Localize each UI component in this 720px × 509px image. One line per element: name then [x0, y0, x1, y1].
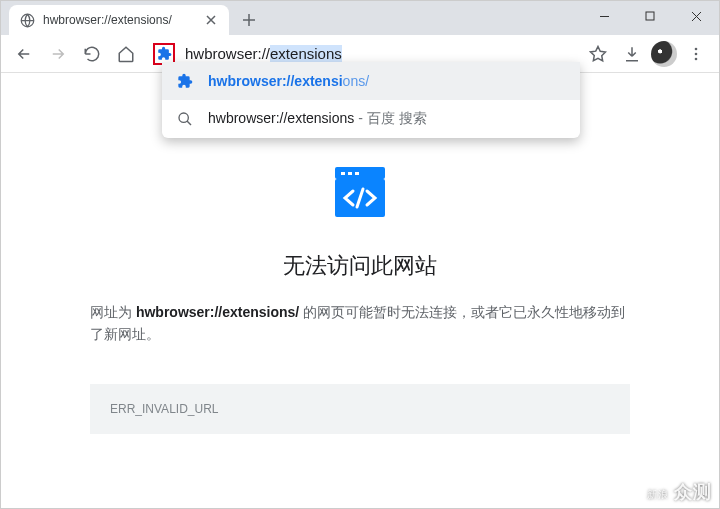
tab-extensions[interactable]: hwbrowser://extensions/ — [9, 5, 229, 35]
suggestion-item-search[interactable]: hwbrowser://extensions - 百度 搜索 — [162, 100, 580, 138]
menu-button[interactable] — [681, 39, 711, 69]
titlebar: hwbrowser://extensions/ — [1, 1, 719, 35]
error-description: 网址为 hwbrowser://extensions/ 的网页可能暂时无法连接，… — [90, 301, 630, 346]
svg-rect-9 — [355, 172, 359, 175]
favorite-button[interactable] — [583, 39, 613, 69]
maximize-button[interactable] — [627, 1, 673, 31]
back-button[interactable] — [9, 39, 39, 69]
new-tab-button[interactable] — [235, 6, 263, 34]
watermark: 新浪 众测 — [647, 483, 712, 501]
suggestion-text: hwbrowser://extensions/ — [208, 73, 369, 89]
svg-rect-8 — [348, 172, 352, 175]
close-window-button[interactable] — [673, 1, 719, 31]
puzzle-icon — [176, 72, 194, 90]
tab-title: hwbrowser://extensions/ — [43, 13, 195, 27]
profile-avatar[interactable] — [651, 41, 677, 67]
suggestion-text: hwbrowser://extensions - 百度 搜索 — [208, 110, 427, 128]
search-icon — [176, 110, 194, 128]
error-code: ERR_INVALID_URL — [90, 384, 630, 434]
svg-rect-1 — [646, 12, 654, 20]
svg-point-5 — [179, 113, 188, 122]
svg-point-2 — [695, 47, 698, 50]
home-button[interactable] — [111, 39, 141, 69]
window-controls — [581, 1, 719, 31]
error-code-icon — [325, 161, 395, 221]
page-content: 无法访问此网站 网址为 hwbrowser://extensions/ 的网页可… — [1, 73, 719, 508]
svg-point-3 — [695, 52, 698, 55]
tab-close-button[interactable] — [203, 12, 219, 28]
download-button[interactable] — [617, 39, 647, 69]
suggestion-item-extension[interactable]: hwbrowser://extensions/ — [162, 62, 580, 100]
globe-icon — [19, 12, 35, 28]
error-title: 无法访问此网站 — [283, 251, 437, 281]
svg-point-4 — [695, 57, 698, 60]
url-suggestions-dropdown: hwbrowser://extensions/ hwbrowser://exte… — [162, 62, 580, 138]
svg-rect-7 — [341, 172, 345, 175]
forward-button[interactable] — [43, 39, 73, 69]
reload-button[interactable] — [77, 39, 107, 69]
minimize-button[interactable] — [581, 1, 627, 31]
url-input[interactable]: hwbrowser://extensions — [175, 45, 573, 62]
browser-window: hwbrowser://extensions/ — [0, 0, 720, 509]
